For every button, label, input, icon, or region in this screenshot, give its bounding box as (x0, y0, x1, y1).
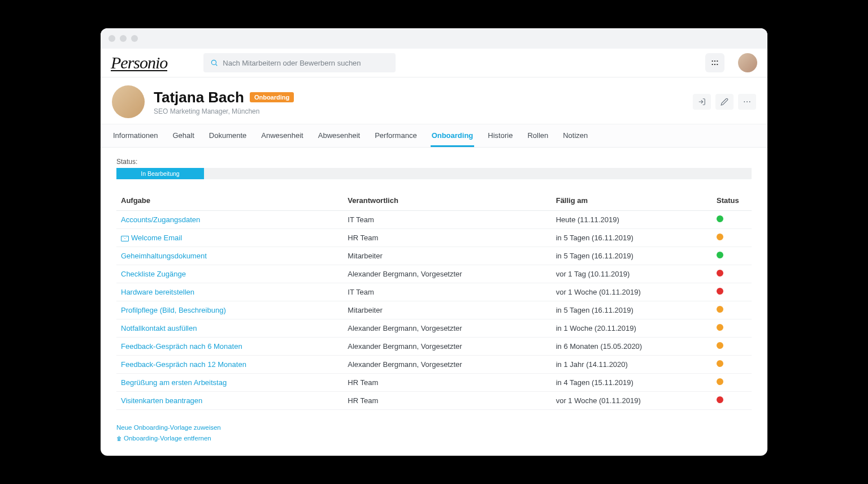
cell-due: in 5 Tagen (16.11.2019) (552, 229, 712, 247)
status-dot-orange (717, 234, 723, 240)
action-more[interactable]: ⋯ (738, 94, 756, 110)
traffic-light-min[interactable] (120, 35, 127, 42)
profile-header: Tatjana Bach Onboarding SEO Marketing Ma… (101, 77, 767, 124)
col-task: Aufgabe (116, 191, 343, 211)
search-input[interactable]: Nach Mitarbeitern oder Bewerbern suchen (203, 53, 396, 72)
cell-responsible: HR Team (343, 392, 551, 410)
task-link[interactable]: Profilpflege (Bild, Beschreibung) (121, 306, 226, 314)
profile-actions: ⋯ (693, 94, 756, 110)
employee-name: Tatjana Bach (154, 89, 244, 106)
app-logo[interactable]: Personio (111, 55, 167, 71)
cell-due: in 1 Jahr (14.11.2020) (552, 356, 712, 374)
search-placeholder: Nach Mitarbeitern oder Bewerbern suchen (223, 59, 361, 67)
tab-anwesenheit[interactable]: Anwesenheit (260, 124, 304, 147)
cell-due: in 1 Woche (20.11.2019) (552, 319, 712, 338)
cell-due: vor 1 Woche (01.11.2019) (552, 392, 712, 410)
col-due: Fällig am (552, 191, 712, 211)
table-row: Profilpflege (Bild, Beschreibung)Mitarbe… (116, 301, 752, 319)
task-link[interactable]: Accounts/Zugangsdaten (121, 215, 200, 224)
task-link[interactable]: Checkliste Zugänge (121, 270, 186, 278)
task-link[interactable]: Begrüßung am ersten Arbeitstag (121, 378, 227, 387)
tab-onboarding[interactable]: Onboarding (431, 124, 475, 147)
pencil-icon (721, 98, 728, 106)
app-window: Personio Nach Mitarbeitern oder Bewerber… (101, 28, 767, 456)
cell-responsible: HR Team (343, 229, 551, 247)
cell-status (712, 211, 752, 229)
table-row: Accounts/ZugangsdatenIT TeamHeute (11.11… (116, 211, 752, 229)
cell-due: vor 1 Tag (10.11.2019) (552, 265, 712, 283)
table-row: Notfallkontakt ausfüllenAlexander Bergma… (116, 319, 752, 338)
tab-rollen[interactable]: Rollen (526, 124, 549, 147)
status-dot-orange (717, 306, 723, 313)
remove-template-link[interactable]: Onboarding-Vorlage entfernen (116, 435, 211, 442)
status-dot-orange (717, 360, 723, 367)
status-chip[interactable]: In Bearbeitung (116, 168, 204, 179)
cell-status (712, 338, 752, 356)
status-dot-green (717, 252, 723, 258)
task-link[interactable]: Feedback-Gespräch nach 6 Monaten (121, 342, 242, 351)
content-area: Status: In Bearbeitung Aufgabe Verantwor… (101, 148, 767, 456)
cell-due: vor 1 Woche (01.11.2019) (552, 283, 712, 301)
cell-status (712, 247, 752, 265)
window-titlebar (101, 28, 767, 49)
status-dot-orange (717, 324, 723, 331)
task-link[interactable]: Hardware bereitstellen (121, 288, 194, 296)
task-link[interactable]: Notfallkontakt ausfüllen (121, 324, 197, 332)
traffic-light-close[interactable] (108, 35, 115, 42)
cell-responsible: Alexander Bergmann, Vorgesetzter (343, 338, 551, 356)
tab-historie[interactable]: Historie (487, 124, 514, 147)
task-link[interactable]: Geheimhaltungsdokument (121, 252, 207, 260)
tab-abwesenheit[interactable]: Abwesenheit (317, 124, 361, 147)
table-row: Hardware bereitstellenIT Teamvor 1 Woche… (116, 283, 752, 301)
col-status: Status (712, 191, 752, 211)
status-dot-orange (717, 342, 723, 349)
top-bar: Personio Nach Mitarbeitern oder Bewerber… (101, 49, 767, 77)
svg-rect-4 (717, 60, 718, 62)
cell-responsible: HR Team (343, 374, 551, 392)
cell-due: in 4 Tagen (15.11.2019) (552, 374, 712, 392)
footer-links: Neue Onboarding-Vorlage zuweisen Onboard… (116, 422, 752, 443)
action-login-as[interactable] (693, 94, 711, 110)
app-switcher-button[interactable] (705, 53, 724, 72)
svg-point-0 (212, 60, 216, 64)
cell-responsible: Alexander Bergmann, Vorgesetzter (343, 265, 551, 283)
cell-due: Heute (11.11.2019) (552, 211, 712, 229)
tab-notizen[interactable]: Notizen (562, 124, 589, 147)
traffic-light-max[interactable] (131, 35, 138, 42)
employee-avatar[interactable] (112, 85, 145, 118)
cell-status (712, 301, 752, 319)
tab-performance[interactable]: Performance (374, 124, 418, 147)
status-dot-red (717, 396, 723, 403)
task-link[interactable]: Visitenkarten beantragen (121, 396, 202, 405)
status-dot-orange (717, 378, 723, 385)
svg-line-1 (216, 64, 218, 66)
tab-gehalt[interactable]: Gehalt (172, 124, 196, 147)
mail-icon (121, 236, 129, 241)
user-avatar[interactable] (738, 53, 757, 72)
status-badge: Onboarding (250, 92, 294, 102)
svg-rect-3 (714, 60, 715, 62)
table-row: Visitenkarten beantragenHR Teamvor 1 Woc… (116, 392, 752, 410)
cell-status (712, 229, 752, 247)
table-row: Feedback-Gespräch nach 6 MonatenAlexande… (116, 338, 752, 356)
status-label: Status: (116, 158, 752, 166)
assign-template-link[interactable]: Neue Onboarding-Vorlage zuweisen (116, 424, 221, 431)
svg-rect-6 (714, 64, 715, 65)
action-edit[interactable] (715, 94, 734, 110)
table-row: Feedback-Gespräch nach 12 MonatenAlexand… (116, 356, 752, 374)
status-progress-bar: In Bearbeitung (116, 168, 752, 179)
status-dot-green (717, 215, 723, 222)
grip-icon (710, 58, 719, 67)
cell-status (712, 356, 752, 374)
tab-informationen[interactable]: Informationen (112, 124, 159, 147)
table-row: Welcome EmailHR Teamin 5 Tagen (16.11.20… (116, 229, 752, 247)
search-icon (210, 59, 218, 67)
cell-status (712, 374, 752, 392)
cell-responsible: Alexander Bergmann, Vorgesetzter (343, 356, 551, 374)
task-link[interactable]: Welcome Email (121, 234, 182, 242)
cell-due: in 5 Tagen (16.11.2019) (552, 301, 712, 319)
cell-responsible: IT Team (343, 211, 551, 229)
tab-dokumente[interactable]: Dokumente (208, 124, 248, 147)
task-link[interactable]: Feedback-Gespräch nach 12 Monaten (121, 360, 246, 369)
status-dot-red (717, 270, 723, 276)
